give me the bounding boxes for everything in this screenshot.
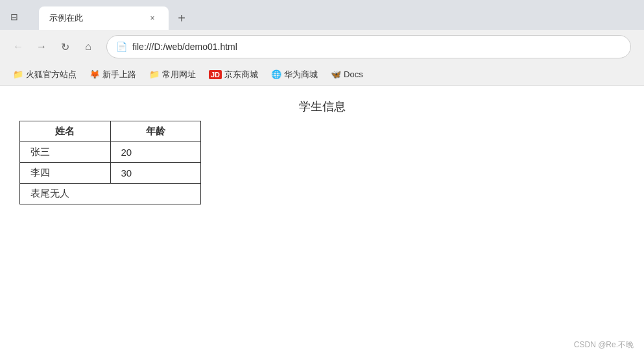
folder-icon-2: 📁 [149, 69, 160, 79]
watermark: CSDN @Re.不晚 [574, 339, 634, 351]
student-table: 姓名 年龄 张三 20 李四 30 表尾无人 [19, 121, 201, 204]
new-tab-button[interactable]: + [171, 8, 192, 29]
window-controls: ⊟ [5, 8, 23, 26]
table-row: 李四 30 [20, 163, 201, 184]
browser-window: ⊟ 示例在此 × + ← → ↻ ⌂ 📄 file:///D:/web/demo… [0, 0, 644, 357]
reload-icon: ↻ [61, 41, 69, 53]
bookmarks-bar: 📁 火狐官方站点 🦊 新手上路 📁 常用网址 JD 京东商城 🌐 华为商城 🦋 … [0, 64, 644, 86]
cell-age-1: 20 [110, 142, 201, 163]
tab-title: 示例在此 [49, 12, 83, 24]
header-name: 姓名 [20, 121, 111, 142]
bookmark-label: 华为商城 [284, 69, 318, 80]
table-footer-row: 表尾无人 [20, 184, 201, 204]
firefox-icon: 🦊 [89, 69, 100, 79]
cell-name-2: 李四 [20, 163, 111, 184]
cell-age-2: 30 [110, 163, 201, 184]
forward-button[interactable]: → [31, 36, 52, 57]
header-age: 年龄 [110, 121, 201, 142]
bookmark-newbie[interactable]: 🦊 新手上路 [84, 67, 141, 82]
page-content: 学生信息 姓名 年龄 张三 20 李四 30 表尾无人 [0, 86, 644, 357]
docs-icon: 🦋 [331, 69, 341, 79]
back-icon: ← [13, 41, 23, 53]
bookmark-firefox[interactable]: 📁 火狐官方站点 [8, 67, 82, 82]
close-icon: × [150, 14, 154, 23]
bookmark-label: 京东商城 [224, 69, 258, 80]
jd-icon: JD [209, 70, 222, 79]
nav-bar: ← → ↻ ⌂ 📄 file:///D:/web/demo01.html [0, 30, 644, 64]
address-bar[interactable]: 📄 file:///D:/web/demo01.html [106, 35, 631, 58]
reload-button[interactable]: ↻ [54, 36, 75, 57]
table-row: 张三 20 [20, 142, 201, 163]
home-button[interactable]: ⌂ [78, 36, 99, 57]
bookmark-label: Docs [344, 69, 363, 79]
tab-close-button[interactable]: × [147, 12, 158, 24]
bookmark-label: 火狐官方站点 [26, 69, 77, 80]
minimize-icon: ⊟ [10, 12, 18, 22]
minimize-button[interactable]: ⊟ [5, 8, 23, 26]
bookmark-docs[interactable]: 🦋 Docs [326, 68, 368, 81]
folder-icon: 📁 [13, 69, 23, 79]
cell-name-1: 张三 [20, 142, 111, 163]
home-icon: ⌂ [85, 41, 91, 53]
address-bar-icon: 📄 [116, 42, 127, 52]
tab-bar: ⊟ 示例在此 × + [0, 0, 644, 30]
back-button[interactable]: ← [8, 36, 29, 57]
bookmark-huawei[interactable]: 🌐 华为商城 [266, 67, 323, 82]
bookmark-label: 常用网址 [162, 69, 196, 80]
bookmark-label: 新手上路 [102, 69, 136, 80]
table-header-row: 姓名 年龄 [20, 121, 201, 142]
table-footer-cell: 表尾无人 [20, 184, 201, 204]
forward-icon: → [36, 41, 47, 53]
page-title: 学生信息 [19, 99, 625, 114]
globe-icon: 🌐 [271, 69, 281, 79]
plus-icon: + [178, 11, 185, 26]
active-tab[interactable]: 示例在此 × [39, 6, 169, 30]
bookmark-common[interactable]: 📁 常用网址 [144, 67, 201, 82]
address-text: file:///D:/web/demo01.html [132, 42, 621, 52]
bookmark-jd[interactable]: JD 京东商城 [204, 67, 263, 82]
